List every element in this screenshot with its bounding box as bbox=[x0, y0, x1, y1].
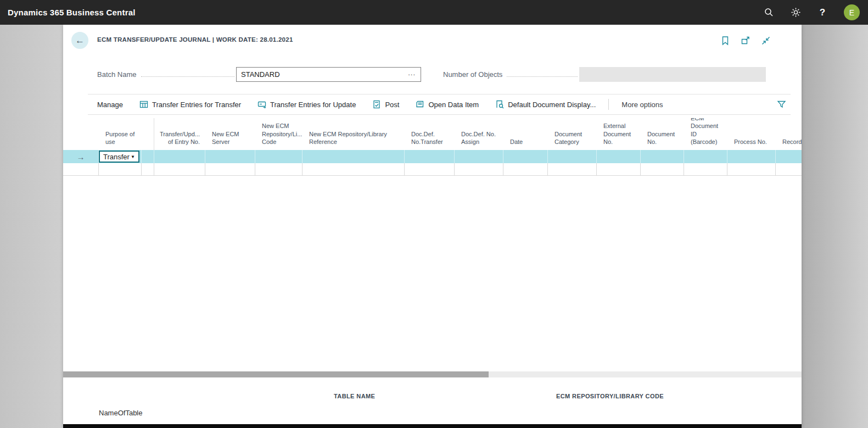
back-button[interactable]: ← bbox=[71, 32, 88, 49]
app-header: Dynamics 365 Business Central ? bbox=[0, 0, 868, 25]
more-options-menu[interactable]: More options bbox=[621, 101, 663, 109]
col-header-transfer-upd-of-entry-no[interactable]: Transfer/Upd... of Entry No. bbox=[154, 118, 205, 150]
grid-cell[interactable] bbox=[548, 163, 597, 175]
dropdown-caret-icon: ▼ bbox=[131, 154, 138, 159]
grid-cell[interactable] bbox=[303, 163, 405, 175]
rename-update-icon bbox=[257, 100, 266, 109]
col-header-document-no[interactable]: Document No. bbox=[641, 118, 684, 150]
page-header-icons bbox=[720, 35, 771, 46]
purpose-of-use-dropdown[interactable]: Transfer ▼ bbox=[99, 151, 139, 163]
horizontal-scrollbar-thumb[interactable] bbox=[63, 371, 489, 377]
bookmark-icon[interactable] bbox=[720, 35, 731, 46]
grid-row-empty bbox=[63, 163, 802, 176]
horizontal-scrollbar-track[interactable] bbox=[63, 371, 802, 377]
open-data-item-icon bbox=[416, 100, 424, 109]
grid-cell[interactable] bbox=[503, 150, 548, 163]
bottom-divider bbox=[63, 424, 802, 428]
batch-name-input[interactable]: STANDARD ... bbox=[236, 67, 421, 82]
default-document-display-button[interactable]: Default Document Display... bbox=[495, 100, 596, 109]
grid-cell[interactable] bbox=[99, 163, 142, 175]
grid-row-selected: → Transfer ▼ bbox=[63, 150, 802, 163]
col-header-date[interactable]: Date bbox=[503, 118, 548, 150]
col-header-new-ecm-repository-library-reference[interactable]: New ECM Repository/Library Reference bbox=[303, 118, 405, 150]
col-header-process-no[interactable]: Process No. bbox=[727, 118, 776, 150]
col-header-doc-def-no-transfer[interactable]: Doc.Def. No.Transfer bbox=[405, 118, 455, 150]
toolbar-divider bbox=[608, 99, 609, 110]
col-header-new-ecm-server[interactable]: New ECM Server bbox=[205, 118, 255, 150]
batch-name-value: STANDARD bbox=[237, 70, 408, 79]
grid-cell[interactable] bbox=[205, 163, 255, 175]
footer-ecm-repository-header: ECM REPOSITORY/LIBRARY CODE bbox=[556, 393, 664, 399]
app-header-actions: ? E bbox=[763, 4, 868, 20]
col-header-row-indicator bbox=[63, 118, 99, 150]
grid-header-row: Purpose of use Transfer/Upd... of Entry … bbox=[63, 118, 802, 150]
help-icon[interactable]: ? bbox=[817, 7, 828, 18]
grid-cell[interactable] bbox=[205, 150, 255, 163]
footer-name-of-table: NameOfTable bbox=[99, 409, 142, 417]
col-header-external-document-no[interactable]: External Document No. bbox=[597, 118, 641, 150]
grid-cell[interactable] bbox=[154, 163, 205, 175]
grid-cell[interactable] bbox=[142, 163, 154, 175]
open-data-item-button[interactable]: Open Data Item bbox=[416, 100, 479, 109]
grid-cell[interactable] bbox=[776, 163, 802, 175]
grid-cell[interactable] bbox=[684, 163, 727, 175]
transfer-entries-for-update-button[interactable]: Transfer Entries for Update bbox=[257, 100, 356, 109]
col-header-record[interactable]: Record bbox=[776, 118, 802, 150]
grid-cell[interactable] bbox=[405, 150, 455, 163]
col-header-purpose-of-use[interactable]: Purpose of use bbox=[99, 118, 142, 150]
user-avatar[interactable]: E bbox=[844, 4, 860, 20]
grid-cell[interactable] bbox=[142, 150, 154, 163]
grid-cell[interactable] bbox=[455, 150, 503, 163]
grid-cell[interactable] bbox=[405, 163, 455, 175]
number-of-objects-field-label: Number of Objects bbox=[443, 67, 578, 81]
journal-grid: Purpose of use Transfer/Upd... of Entry … bbox=[63, 118, 802, 176]
manage-menu[interactable]: Manage bbox=[97, 101, 123, 109]
post-document-icon bbox=[372, 100, 381, 109]
back-arrow-icon: ← bbox=[75, 35, 85, 46]
grid-cell[interactable] bbox=[255, 163, 303, 175]
col-header-document-category[interactable]: Document Category bbox=[548, 118, 597, 150]
transfer-entries-for-transfer-button[interactable]: Transfer Entries for Transfer bbox=[139, 100, 241, 109]
footer-table-name-header: TABLE NAME bbox=[334, 393, 375, 399]
col-header-new-ecm-repository-li-code[interactable]: New ECM Repository/Li... Code bbox=[255, 118, 303, 150]
grid-cell[interactable] bbox=[503, 163, 548, 175]
batch-name-label: Batch Name bbox=[97, 70, 141, 79]
grid-cell[interactable] bbox=[548, 150, 597, 163]
open-in-new-window-icon[interactable] bbox=[740, 35, 751, 46]
page-title: ECM TRANSFER/UPDATE JOURNAL | WORK DATE:… bbox=[97, 36, 293, 43]
grid-cell[interactable] bbox=[641, 163, 684, 175]
grid-cell[interactable] bbox=[727, 150, 776, 163]
grid-cell[interactable] bbox=[597, 163, 641, 175]
transfer-grid-icon bbox=[139, 100, 148, 109]
number-of-objects-field bbox=[579, 67, 766, 82]
number-of-objects-label: Number of Objects bbox=[443, 70, 507, 79]
grid-cell[interactable] bbox=[641, 150, 684, 163]
grid-cell[interactable] bbox=[776, 150, 802, 163]
grid-cell[interactable] bbox=[684, 150, 727, 163]
filter-icon[interactable] bbox=[777, 100, 786, 109]
grid-cell[interactable] bbox=[597, 150, 641, 163]
grid-cell[interactable] bbox=[255, 150, 303, 163]
assist-edit-button[interactable]: ... bbox=[408, 69, 421, 80]
cell-purpose-of-use: Transfer ▼ bbox=[99, 150, 142, 163]
grid-cell[interactable] bbox=[727, 163, 776, 175]
grid-cell[interactable] bbox=[455, 163, 503, 175]
action-toolbar: Manage Transfer Entries for Transfer Tra… bbox=[88, 94, 791, 115]
grid-cell[interactable] bbox=[154, 150, 205, 163]
post-button[interactable]: Post bbox=[372, 100, 399, 109]
document-search-icon bbox=[495, 100, 504, 109]
collapse-icon[interactable] bbox=[760, 35, 771, 46]
purpose-of-use-value: Transfer bbox=[100, 153, 131, 161]
app-title: Dynamics 365 Business Central bbox=[0, 8, 136, 17]
dotted-leader bbox=[507, 76, 578, 77]
col-header-doc-def-no-assign[interactable]: Doc.Def. No. Assign bbox=[455, 118, 503, 150]
right-arrow-icon: → bbox=[77, 152, 85, 162]
col-header-freeze-spacer bbox=[142, 118, 154, 150]
avatar-initial: E bbox=[849, 8, 854, 17]
settings-gear-icon[interactable] bbox=[790, 7, 801, 18]
col-header-ecm-document-id-barcode[interactable]: ECM Document ID (Barcode) bbox=[684, 118, 727, 150]
dotted-leader bbox=[141, 76, 234, 77]
search-icon[interactable] bbox=[763, 7, 774, 18]
grid-cell[interactable] bbox=[63, 163, 99, 175]
grid-cell[interactable] bbox=[303, 150, 405, 163]
